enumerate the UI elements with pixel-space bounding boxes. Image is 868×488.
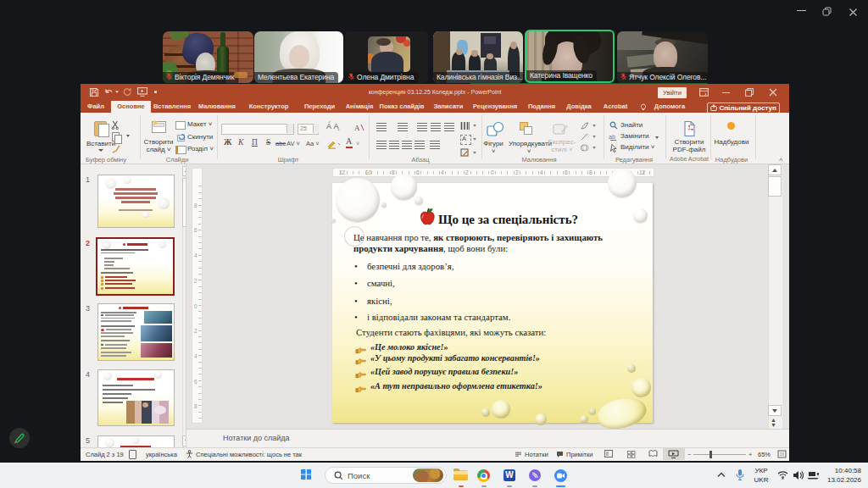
svg-text:А: А xyxy=(354,124,360,132)
svg-text:ab: ab xyxy=(609,134,615,140)
